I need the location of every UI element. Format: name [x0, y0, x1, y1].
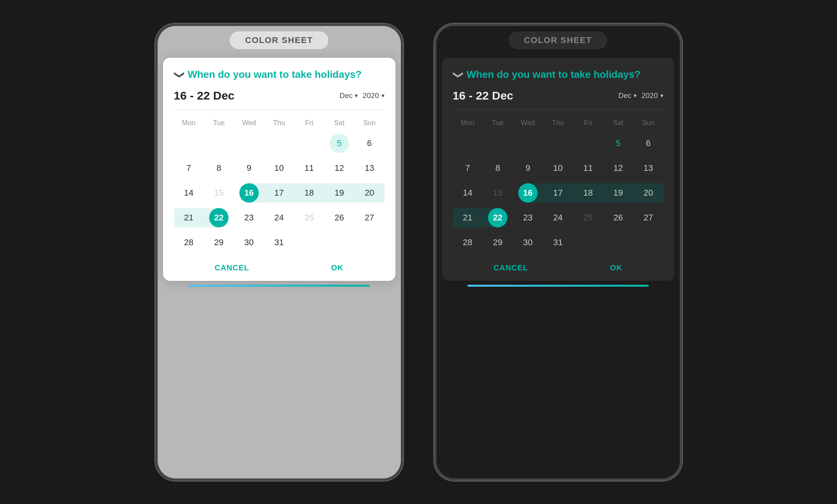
calendar-cell[interactable]: 8	[483, 156, 513, 181]
collapse-icon[interactable]: ❮	[451, 70, 463, 79]
calendar-cell[interactable]: 15	[204, 181, 234, 205]
calendar-cell[interactable]: 21	[453, 205, 483, 230]
calendar-day[interactable]: 13	[360, 158, 379, 178]
calendar-day[interactable]: 14	[179, 183, 198, 203]
calendar-day[interactable]: 19	[330, 183, 349, 203]
calendar-day[interactable]: 22	[209, 208, 229, 227]
calendar-day[interactable]: 23	[518, 208, 538, 227]
calendar-day[interactable]: 12	[330, 158, 349, 178]
calendar-day[interactable]: 11	[578, 158, 598, 178]
calendar-cell[interactable]: 26	[603, 205, 633, 230]
calendar-cell[interactable]: 10	[543, 156, 573, 181]
calendar-cell[interactable]: 24	[543, 205, 573, 230]
ok-button[interactable]: OK	[331, 263, 344, 272]
calendar-cell[interactable]: 23	[513, 205, 543, 230]
calendar-day[interactable]: 18	[299, 183, 319, 203]
calendar-day[interactable]: 15	[209, 183, 229, 203]
year-dropdown[interactable]: 2020▾	[363, 91, 384, 100]
calendar-day[interactable]: 6	[639, 134, 658, 153]
calendar-cell[interactable]: 5	[603, 131, 633, 156]
calendar-day[interactable]: 17	[548, 183, 567, 203]
calendar-day[interactable]: 16	[239, 183, 259, 203]
calendar-day[interactable]: 13	[639, 158, 658, 178]
calendar-day[interactable]: 18	[578, 183, 598, 203]
calendar-cell[interactable]: 17	[543, 181, 573, 205]
calendar-cell[interactable]: 28	[174, 230, 204, 255]
calendar-cell[interactable]: 12	[603, 156, 633, 181]
calendar-day[interactable]: 20	[360, 183, 379, 203]
calendar-cell[interactable]: 19	[603, 181, 633, 205]
calendar-cell[interactable]: 8	[204, 156, 234, 181]
calendar-day[interactable]: 26	[330, 208, 349, 227]
calendar-day[interactable]: 11	[299, 158, 319, 178]
calendar-cell[interactable]: 12	[324, 156, 354, 181]
calendar-day[interactable]: 28	[179, 233, 198, 252]
calendar-cell[interactable]: 29	[483, 230, 513, 255]
calendar-cell[interactable]: 29	[204, 230, 234, 255]
calendar-cell[interactable]: 13	[354, 156, 385, 181]
calendar-cell[interactable]: 26	[324, 205, 354, 230]
calendar-day[interactable]: 15	[488, 183, 507, 203]
cancel-button[interactable]: CANCEL	[215, 263, 249, 272]
calendar-day[interactable]: 10	[269, 158, 289, 178]
collapse-icon[interactable]: ❮	[172, 70, 184, 79]
calendar-cell[interactable]: 18	[573, 181, 603, 205]
calendar-day[interactable]: 29	[488, 233, 507, 252]
calendar-cell[interactable]: 18	[294, 181, 324, 205]
calendar-cell[interactable]: 20	[633, 181, 663, 205]
calendar-day[interactable]: 31	[548, 233, 567, 252]
calendar-day[interactable]: 21	[458, 208, 477, 227]
calendar-day[interactable]: 25	[578, 208, 598, 227]
calendar-day[interactable]: 17	[269, 183, 289, 203]
calendar-cell[interactable]: 30	[234, 230, 264, 255]
calendar-day[interactable]: 28	[458, 233, 477, 252]
calendar-cell[interactable]: 21	[174, 205, 204, 230]
calendar-cell[interactable]: 6	[633, 131, 663, 156]
calendar-cell[interactable]: 11	[573, 156, 603, 181]
month-dropdown[interactable]: Dec▾	[618, 91, 637, 100]
calendar-cell[interactable]: 16	[234, 181, 264, 205]
calendar-cell[interactable]: 22	[204, 205, 234, 230]
calendar-day[interactable]: 29	[209, 233, 229, 252]
calendar-day[interactable]: 8	[488, 158, 507, 178]
calendar-day[interactable]: 12	[608, 158, 628, 178]
calendar-cell[interactable]: 31	[543, 230, 573, 255]
calendar-day[interactable]: 24	[269, 208, 289, 227]
calendar-cell[interactable]: 20	[354, 181, 385, 205]
calendar-cell[interactable]: 14	[174, 181, 204, 205]
calendar-day[interactable]: 14	[458, 183, 477, 203]
calendar-cell[interactable]: 9	[234, 156, 264, 181]
month-dropdown[interactable]: Dec▾	[339, 91, 358, 100]
calendar-cell[interactable]: 25	[294, 205, 324, 230]
calendar-day[interactable]: 25	[299, 208, 319, 227]
calendar-cell[interactable]: 22	[483, 205, 513, 230]
calendar-day[interactable]: 7	[458, 158, 477, 178]
calendar-cell[interactable]: 13	[633, 156, 663, 181]
calendar-day[interactable]: 27	[360, 208, 379, 227]
calendar-cell[interactable]: 9	[513, 156, 543, 181]
calendar-cell[interactable]: 14	[453, 181, 483, 205]
calendar-day[interactable]: 23	[239, 208, 259, 227]
calendar-cell[interactable]: 5	[324, 131, 354, 156]
calendar-cell[interactable]: 25	[573, 205, 603, 230]
calendar-day[interactable]: 19	[608, 183, 628, 203]
calendar-day[interactable]: 5	[608, 134, 628, 153]
calendar-day[interactable]: 8	[209, 158, 229, 178]
ok-button[interactable]: OK	[610, 263, 622, 272]
calendar-cell[interactable]: 27	[354, 205, 385, 230]
calendar-day[interactable]: 9	[518, 158, 538, 178]
calendar-cell[interactable]: 28	[453, 230, 483, 255]
calendar-cell[interactable]: 6	[354, 131, 385, 156]
calendar-cell[interactable]: 27	[633, 205, 663, 230]
calendar-cell[interactable]: 17	[264, 181, 294, 205]
calendar-cell[interactable]: 7	[174, 156, 204, 181]
calendar-cell[interactable]: 23	[234, 205, 264, 230]
calendar-day[interactable]: 7	[179, 158, 198, 178]
year-dropdown[interactable]: 2020▾	[641, 91, 663, 100]
calendar-cell[interactable]: 31	[264, 230, 294, 255]
calendar-cell[interactable]: 10	[264, 156, 294, 181]
calendar-day[interactable]: 31	[269, 233, 289, 252]
calendar-day[interactable]: 5	[330, 134, 349, 153]
calendar-cell[interactable]: 19	[324, 181, 354, 205]
calendar-day[interactable]: 16	[518, 183, 538, 203]
